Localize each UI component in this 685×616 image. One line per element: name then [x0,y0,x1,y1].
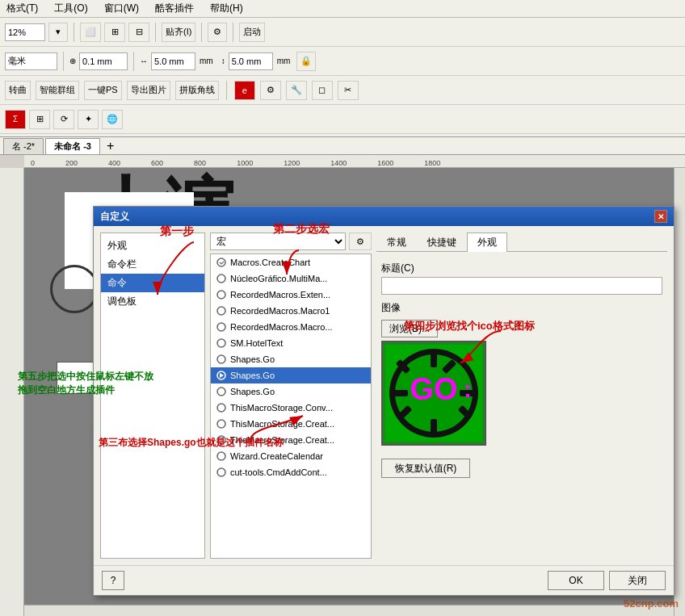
macro-item-2[interactable]: RecordedMacros.Exten... [211,287,371,303]
watermark: 52cnp.com [624,597,679,610]
svg-rect-18 [431,353,437,367]
left-item-appearance[interactable]: 外观 [101,237,204,255]
svg-point-0 [217,258,225,266]
macro-item-5[interactable]: SM.HotelText [211,335,371,351]
dialog-title: 自定义 [100,210,129,224]
svg-point-9 [217,388,225,396]
macro-header: 宏 ⚙ [210,233,372,250]
left-item-command[interactable]: 命令 [101,274,204,292]
dialog-overlay: 自定义 ✕ 外观 命令栏 命令 调色板 宏 ⚙ [0,0,685,616]
svg-point-14 [217,468,225,476]
icon-label: 图像 [381,301,662,315]
middle-panel: 宏 ⚙ Macros.CreateChart NúcleoGráfico.Mul… [210,233,372,559]
svg-point-11 [217,420,225,428]
left-panel: 外观 命令栏 命令 调色板 [100,233,205,559]
footer-left: ? [102,571,124,590]
go-icon-svg: GO : [385,345,482,442]
left-item-commandbar[interactable]: 命令栏 [101,255,204,274]
title-field-group: 标题(C) [381,262,662,295]
macro-list[interactable]: Macros.CreateChart NúcleoGráfico.MultiMa… [210,254,372,559]
macro-item-10[interactable]: ThisMacroStorage.Creat... [211,416,371,432]
left-item-palette[interactable]: 调色板 [101,292,204,311]
svg-point-13 [217,452,225,460]
svg-marker-8 [220,373,224,378]
svg-point-2 [217,291,225,299]
r-tab-general[interactable]: 常规 [376,233,417,252]
close-btn[interactable]: 关闭 [609,571,666,590]
svg-text:GO: GO [410,372,457,406]
svg-rect-19 [431,419,437,434]
title-input[interactable] [381,277,662,295]
svg-point-4 [217,323,225,331]
right-tab-row: 常规 快捷键 外观 [376,233,667,252]
macro-item-3[interactable]: RecordedMacros.Macro1 [211,303,371,319]
macro-item-8[interactable]: Shapes.Go [211,383,371,400]
dialog-footer: ? OK 关闭 [94,565,674,595]
restore-section: 恢复默认值(R) [381,459,662,478]
r-tab-appearance[interactable]: 外观 [467,233,507,252]
macro-dropdown[interactable]: 宏 [210,233,346,250]
customize-dialog: 自定义 ✕ 外观 命令栏 命令 调色板 宏 ⚙ [93,206,674,596]
svg-point-6 [217,355,225,363]
right-panel: 常规 快捷键 外观 标题(C) 图像 浏览(B)... [376,233,667,559]
macro-item-12[interactable]: Wizard.CreateCalendar [211,448,371,464]
svg-rect-20 [393,390,408,396]
macro-item-1[interactable]: NúcleoGráfico.MultiMa... [211,270,371,287]
macro-item-7[interactable]: Shapes.Go [211,367,371,383]
svg-point-3 [217,307,225,315]
dialog-title-bar: 自定义 ✕ [94,207,674,226]
svg-text::: : [464,375,472,402]
footer-right: OK 关闭 [548,571,666,590]
macro-item-11[interactable]: ThisMacroStorage.Creat... [211,432,371,448]
r-tab-shortcut[interactable]: 快捷键 [417,233,467,252]
macro-settings-btn[interactable]: ⚙ [349,233,372,250]
dialog-body: 外观 命令栏 命令 调色板 宏 ⚙ Macros.CreateChar [94,226,674,565]
svg-point-1 [217,274,225,283]
svg-point-5 [217,339,225,347]
browse-btn[interactable]: 浏览(B)... [381,320,438,337]
macro-item-6[interactable]: Shapes.Go [211,351,371,367]
icon-section: 图像 浏览(B)... [381,301,662,446]
right-content: 标题(C) 图像 浏览(B)... [376,257,667,483]
help-btn[interactable]: ? [102,571,124,590]
dialog-close-btn[interactable]: ✕ [654,210,667,223]
title-label: 标题(C) [381,262,662,275]
ok-btn[interactable]: OK [548,571,604,590]
macro-item-9[interactable]: ThisMacroStorage.Conv... [211,400,371,416]
macro-item-13[interactable]: cut-tools.CmdAddCont... [211,464,371,480]
macro-item-4[interactable]: RecordedMacros.Macro... [211,319,371,335]
macro-item-0[interactable]: Macros.CreateChart [211,254,371,270]
svg-point-10 [217,404,225,412]
restore-btn[interactable]: 恢复默认值(R) [381,459,470,478]
icon-preview: GO : [381,341,486,446]
svg-point-12 [217,436,225,444]
